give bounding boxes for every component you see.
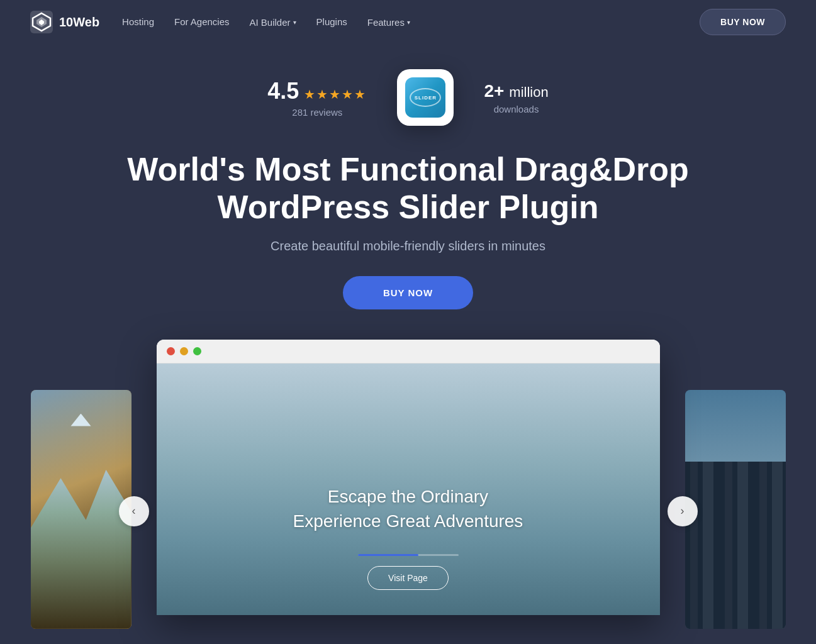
hero-buy-now-button[interactable]: BUY NOW [343,276,473,309]
nav-link-ai-builder[interactable]: AI Builder ▾ [250,17,296,28]
downloads-million: million [509,84,548,101]
right-slide-preview [685,390,786,629]
nav-buy-now-button[interactable]: BUY NOW [700,9,786,35]
prev-arrow-icon: ‹ [132,504,136,518]
mountain-shape [31,462,131,629]
logo-icon [30,11,53,33]
logo[interactable]: 10Web [30,11,99,33]
slider-progress-fill [358,554,418,556]
hero-headline: World's Most Functional Drag&Drop WordPr… [125,151,691,226]
hero-subheadline: Create beautiful mobile-friendly sliders… [271,239,545,253]
prev-slide-button[interactable]: ‹ [119,496,149,526]
rating-number: 4.5 [267,78,299,104]
browser-minimize-dot [180,347,188,355]
nav-left: 10Web Hosting For Agencies AI Builder ▾ … [30,11,410,33]
plugin-icon-wrap: SLIDER [397,69,454,126]
nav-item-agencies[interactable]: For Agencies [174,16,230,28]
nav-item-ai-builder[interactable]: AI Builder ▾ [250,17,296,28]
downloads-number: 2+ [484,81,504,101]
city-image [685,390,786,629]
demo-window-wrap: ‹ Escape the Ordinary Experience Great A… [31,340,786,615]
nav-link-agencies[interactable]: For Agencies [174,16,230,27]
slider-progress-bar [358,554,459,556]
mountain-image [31,390,131,629]
city-buildings [685,462,786,629]
browser-close-dot [167,347,175,355]
downloads-stat: 2+ million downloads [484,81,548,114]
star-icons: ★★★★★ [304,87,367,102]
rating-number-row: 4.5 ★★★★★ [267,78,367,104]
downloads-sub-label: downloads [494,104,539,114]
chevron-down-icon: ▾ [293,19,296,26]
slider-line1: Escape the Ordinary [293,484,523,509]
nav-item-plugins[interactable]: Plugins [316,16,347,28]
logo-text: 10Web [59,15,99,30]
snow-peak [69,414,94,430]
nav-item-features[interactable]: Features ▾ [367,17,410,28]
hero-section: 4.5 ★★★★★ 281 reviews SLIDER 2+ million … [0,44,816,615]
browser-bar [157,340,660,364]
chevron-down-icon-features: ▾ [407,19,410,26]
navbar: 10Web Hosting For Agencies AI Builder ▾ … [0,0,816,44]
next-arrow-icon: › [681,504,685,518]
left-slide-preview [31,390,131,629]
downloads-number-row: 2+ million [484,81,548,101]
next-slide-button[interactable]: › [668,496,698,526]
plugin-icon-ellipse [410,88,441,107]
reviews-label: 281 reviews [292,107,342,118]
rating-stat: 4.5 ★★★★★ 281 reviews [267,78,367,118]
plugin-icon: SLIDER [405,77,445,118]
slider-preview: Escape the Ordinary Experience Great Adv… [157,364,660,615]
nav-link-plugins[interactable]: Plugins [316,16,347,27]
nav-link-features[interactable]: Features ▾ [367,17,410,28]
slider-line2: Experience Great Adventures [293,509,523,533]
nav-link-hosting[interactable]: Hosting [122,16,154,27]
slider-text-block: Escape the Ordinary Experience Great Adv… [293,484,523,533]
browser-maximize-dot [193,347,201,355]
nav-links: Hosting For Agencies AI Builder ▾ Plugin… [122,16,410,28]
browser-window: Escape the Ordinary Experience Great Adv… [157,340,660,615]
nav-item-hosting[interactable]: Hosting [122,16,154,28]
visit-page-button[interactable]: Visit Page [367,566,449,590]
stats-row: 4.5 ★★★★★ 281 reviews SLIDER 2+ million … [267,69,548,126]
